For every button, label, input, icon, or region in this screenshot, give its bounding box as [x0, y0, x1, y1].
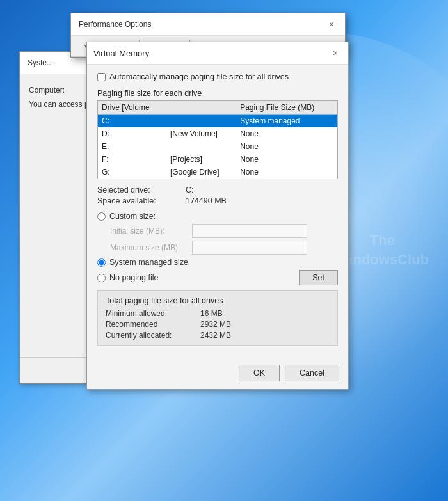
total-value: 2432 MB — [200, 331, 330, 340]
vm-content: Automatically manage paging file size fo… — [87, 65, 348, 360]
vm-title: Virtual Memory — [93, 49, 149, 58]
volume-cell — [166, 115, 236, 128]
no-paging-radio-row: No paging file — [97, 273, 158, 282]
drive-cell: C: — [98, 115, 166, 128]
volume-cell — [166, 140, 236, 153]
system-managed-radio-row: System managed size — [97, 258, 338, 267]
vm-ok-button[interactable]: OK — [239, 365, 280, 381]
col-drive: Drive [Volume — [98, 101, 166, 115]
drive-table: Drive [Volume Paging File Size (MB) C:Sy… — [97, 100, 338, 179]
col-size: Paging File Size (MB) — [236, 101, 337, 115]
drive-cell: G: — [98, 166, 166, 179]
total-value: 16 MB — [200, 309, 330, 318]
auto-manage-checkbox[interactable] — [97, 73, 106, 81]
total-grid: Minimum allowed:16 MBRecommended2932 MBC… — [106, 309, 330, 340]
size-cell: None — [236, 127, 337, 140]
custom-size-label[interactable]: Custom size: — [109, 212, 156, 221]
size-cell: None — [236, 166, 337, 179]
selected-drive-label: Selected drive: — [97, 186, 180, 195]
auto-manage-label[interactable]: Automatically manage paging file size fo… — [109, 72, 289, 81]
size-cell: None — [236, 140, 337, 153]
perf-title: Performance Options — [79, 20, 151, 29]
drive-cell: F: — [98, 153, 166, 166]
paging-options: Custom size: Initial size (MB): Maximum … — [97, 212, 338, 285]
selected-drive-value: C: — [186, 186, 338, 195]
vm-close-button[interactable]: × — [329, 47, 342, 60]
no-paging-radio[interactable] — [97, 274, 106, 282]
maximum-size-label: Maximum size (MB): — [110, 243, 187, 252]
initial-size-row: Initial size (MB): — [110, 224, 338, 238]
auto-manage-row: Automatically manage paging file size fo… — [97, 72, 338, 81]
total-label: Currently allocated: — [106, 331, 195, 340]
paging-section-header: Paging file size for each drive — [97, 89, 338, 98]
table-row[interactable]: E:None — [98, 140, 338, 153]
table-header-row: Drive [Volume Paging File Size (MB) — [98, 101, 338, 115]
bg-dialog-title: Syste... — [28, 58, 53, 67]
drive-cell: D: — [98, 127, 166, 140]
maximum-size-input[interactable] — [192, 241, 307, 255]
vm-titlebar: Virtual Memory × — [87, 42, 348, 65]
total-label: Minimum allowed: — [106, 309, 195, 318]
table-row[interactable]: G:[Google Drive]None — [98, 166, 338, 179]
system-managed-label[interactable]: System managed size — [109, 258, 188, 267]
custom-size-radio-row: Custom size: — [97, 212, 338, 221]
initial-size-label: Initial size (MB): — [110, 227, 187, 235]
volume-cell: [New Volume] — [166, 127, 236, 140]
perf-titlebar: Performance Options × — [71, 13, 345, 36]
space-available-label: Space available: — [97, 196, 180, 205]
maximum-size-row: Maximum size (MB): — [110, 241, 338, 255]
system-managed-radio[interactable] — [97, 258, 106, 267]
drive-cell: E: — [98, 140, 166, 153]
perf-close-button[interactable]: × — [326, 19, 337, 30]
total-section: Total paging file size for all drives Mi… — [97, 290, 338, 346]
col-volume — [166, 101, 236, 115]
table-row[interactable]: D:[New Volume]None — [98, 127, 338, 140]
total-value: 2932 MB — [200, 320, 330, 329]
set-button[interactable]: Set — [299, 270, 338, 285]
table-row[interactable]: F:[Projects]None — [98, 153, 338, 166]
volume-cell: [Google Drive] — [166, 166, 236, 179]
size-cell: System managed — [236, 115, 337, 128]
size-cell: None — [236, 153, 337, 166]
vm-footer: OK Cancel — [87, 360, 348, 389]
virtual-memory-dialog: Virtual Memory × Automatically manage pa… — [86, 42, 349, 390]
vm-cancel-button[interactable]: Cancel — [285, 365, 339, 381]
drive-info: Selected drive: C: Space available: 1744… — [97, 186, 338, 205]
table-row[interactable]: C:System managed — [98, 115, 338, 128]
initial-size-input[interactable] — [192, 224, 307, 238]
total-label: Recommended — [106, 320, 195, 329]
total-title: Total paging file size for all drives — [106, 296, 330, 305]
space-available-value: 174490 MB — [186, 196, 338, 205]
no-paging-label[interactable]: No paging file — [109, 273, 158, 282]
volume-cell: [Projects] — [166, 153, 236, 166]
custom-size-radio[interactable] — [97, 212, 106, 221]
